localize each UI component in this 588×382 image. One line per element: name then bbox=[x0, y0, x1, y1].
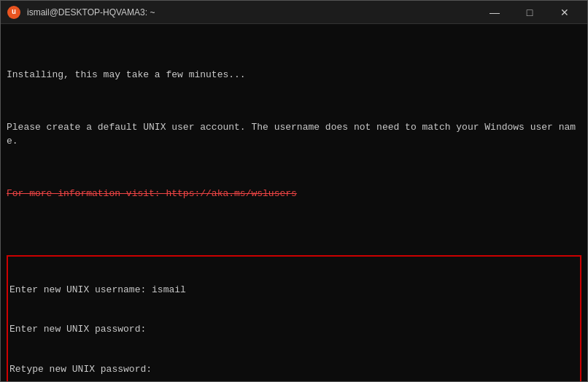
line-username: Enter new UNIX username: ismail bbox=[9, 284, 579, 297]
terminal-body[interactable]: Installing, this may take a few minutes.… bbox=[1, 24, 587, 381]
line-installing: Installing, this may take a few minutes.… bbox=[7, 69, 581, 82]
titlebar-controls: — □ ✕ bbox=[478, 1, 581, 24]
ubuntu-icon: u bbox=[7, 6, 20, 19]
line-create-account: Please create a default UNIX user accoun… bbox=[7, 121, 581, 147]
maximize-button[interactable]: □ bbox=[513, 1, 546, 24]
close-button[interactable]: ✕ bbox=[548, 1, 581, 24]
window-title: ismail@DESKTOP-HQVAMA3: ~ bbox=[27, 7, 478, 17]
window: u ismail@DESKTOP-HQVAMA3: ~ — □ ✕ Instal… bbox=[0, 0, 588, 382]
app-icon: u bbox=[7, 5, 21, 20]
line-retype-password: Retype new UNIX password: bbox=[9, 363, 579, 376]
line-more-info: For more information visit: https://aka.… bbox=[7, 187, 581, 200]
titlebar: u ismail@DESKTOP-HQVAMA3: ~ — □ ✕ bbox=[1, 1, 587, 24]
input-box-section: Enter new UNIX username: ismail Enter ne… bbox=[7, 255, 581, 381]
minimize-button[interactable]: — bbox=[478, 1, 511, 24]
terminal-content: Installing, this may take a few minutes.… bbox=[7, 28, 581, 381]
line-password: Enter new UNIX password: bbox=[9, 323, 579, 336]
